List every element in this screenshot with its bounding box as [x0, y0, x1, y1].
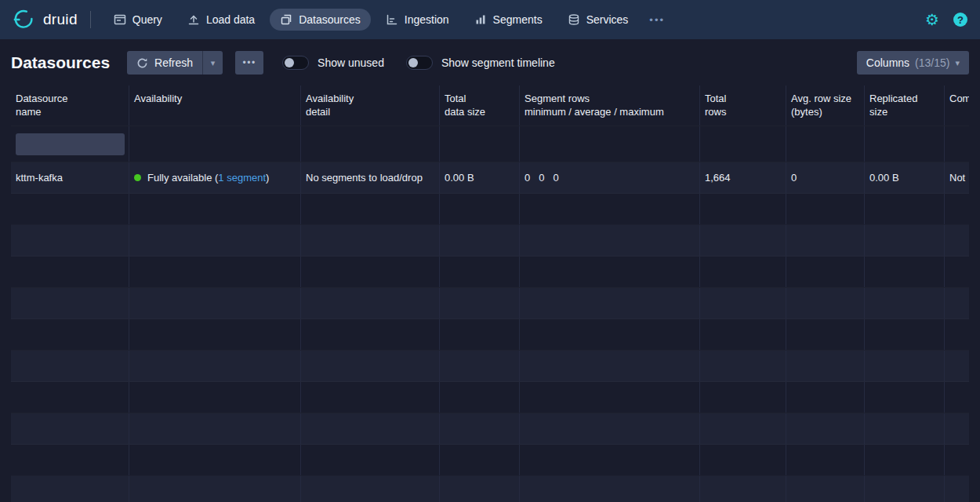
empty-cell — [11, 382, 129, 413]
table-row-empty — [11, 476, 969, 502]
druid-brand[interactable]: druid — [13, 8, 78, 31]
page-title: Datasources — [11, 53, 110, 72]
empty-cell — [301, 319, 440, 350]
nav-item-query[interactable]: Query — [103, 9, 172, 31]
cell-total-data-size: 0.00 B — [440, 162, 520, 193]
table-header-row: Datasource name Availability Availabilit… — [11, 85, 969, 126]
table-empty-rows — [11, 194, 969, 502]
columns-selector-button[interactable]: Columns (13/15) ▾ — [857, 51, 969, 75]
empty-cell — [700, 288, 786, 318]
empty-cell — [865, 225, 945, 256]
refresh-button-group: Refresh ▾ — [127, 51, 223, 75]
table-row-empty — [11, 382, 969, 413]
main-nav: Query Load data Datasources — [103, 9, 671, 31]
empty-cell — [945, 382, 969, 413]
table-filter-row — [11, 126, 969, 162]
more-actions-button[interactable]: ••• — [235, 51, 263, 75]
empty-cell — [301, 351, 440, 381]
nav-item-segments[interactable]: Segments — [464, 9, 553, 31]
help-icon[interactable]: ? — [953, 13, 967, 27]
empty-cell — [700, 256, 786, 287]
filter-cell — [440, 126, 520, 162]
nav-item-services[interactable]: Services — [557, 9, 639, 31]
empty-cell — [865, 351, 945, 381]
nav-item-ingestion[interactable]: Ingestion — [376, 9, 459, 31]
divider — [90, 11, 91, 28]
column-header-datasource-name[interactable]: Datasource name — [11, 85, 129, 126]
empty-cell — [11, 319, 129, 350]
empty-cell — [786, 382, 865, 413]
empty-cell — [520, 382, 700, 413]
segments-icon — [474, 13, 487, 26]
datasources-table: Datasource name Availability Availabilit… — [11, 85, 969, 502]
cell-compaction: Not — [945, 162, 969, 193]
empty-cell — [440, 382, 520, 413]
table-row-empty — [11, 413, 969, 445]
column-header-total-data-size[interactable]: Total data size — [440, 85, 520, 126]
empty-cell — [786, 351, 865, 381]
column-header-compaction[interactable]: Com — [945, 85, 969, 126]
column-header-segment-rows[interactable]: Segment rows minimum / average / maximum — [520, 85, 700, 126]
nav-item-load-data[interactable]: Load data — [177, 9, 265, 31]
empty-cell — [129, 288, 301, 318]
toggle-switch-off — [282, 56, 309, 70]
table-row-kttm-kafka: kttm-kafka Fully available ( 1 segment )… — [11, 162, 969, 194]
table-row-empty — [11, 319, 969, 351]
table-row-empty — [11, 351, 969, 382]
empty-cell — [700, 225, 786, 256]
empty-cell — [129, 194, 301, 224]
refresh-dropdown-button[interactable]: ▾ — [202, 51, 223, 75]
empty-cell — [440, 225, 520, 256]
empty-cell — [440, 351, 520, 381]
empty-cell — [945, 476, 969, 502]
nav-label: Load data — [206, 13, 255, 26]
nav-more-button[interactable]: ••• — [643, 9, 671, 31]
empty-cell — [865, 382, 945, 413]
empty-cell — [786, 413, 865, 444]
cell-segment-rows: 0 0 0 — [520, 162, 700, 193]
empty-cell — [11, 225, 129, 256]
empty-cell — [129, 319, 301, 350]
empty-cell — [865, 319, 945, 350]
column-header-avg-row-size[interactable]: Avg. row size (bytes) — [786, 85, 865, 126]
columns-label: Columns — [866, 56, 909, 69]
nav-item-datasources[interactable]: Datasources — [270, 9, 371, 31]
column-header-availability[interactable]: Availability — [129, 85, 301, 126]
show-unused-toggle[interactable]: Show unused — [282, 56, 384, 70]
settings-gear-icon[interactable]: ⚙ — [925, 12, 939, 27]
refresh-label: Refresh — [154, 56, 193, 69]
nav-label: Services — [586, 13, 629, 26]
empty-cell — [440, 288, 520, 318]
column-header-total-rows[interactable]: Total rows — [700, 85, 786, 126]
caret-down-icon: ▾ — [211, 58, 216, 68]
cell-datasource-name[interactable]: kttm-kafka — [11, 162, 129, 193]
table-row-empty — [11, 288, 969, 319]
datasource-name-filter-input[interactable] — [16, 133, 125, 155]
columns-count: (13/15) — [915, 56, 949, 69]
filter-cell — [301, 126, 440, 162]
segment-count-link[interactable]: 1 segment — [218, 172, 266, 184]
empty-cell — [301, 445, 440, 475]
filter-cell — [129, 126, 301, 162]
empty-cell — [945, 319, 969, 350]
empty-cell — [11, 445, 129, 475]
empty-cell — [700, 319, 786, 350]
empty-cell — [786, 225, 865, 256]
cell-avg-row-size: 0 — [786, 162, 865, 193]
toggle-switch-off — [406, 56, 433, 70]
refresh-button[interactable]: Refresh — [127, 51, 202, 75]
filter-cell — [700, 126, 786, 162]
column-header-availability-detail[interactable]: Availability detail — [301, 85, 440, 126]
empty-cell — [11, 288, 129, 318]
show-segment-timeline-toggle[interactable]: Show segment timeline — [406, 56, 555, 70]
empty-cell — [129, 225, 301, 256]
column-header-replicated-size[interactable]: Replicated size — [865, 85, 945, 126]
empty-cell — [301, 382, 440, 413]
empty-cell — [865, 413, 945, 444]
availability-text-close: ) — [266, 172, 269, 184]
druid-logo-icon — [13, 8, 36, 31]
empty-cell — [440, 445, 520, 475]
empty-cell — [440, 319, 520, 350]
empty-cell — [301, 288, 440, 318]
empty-cell — [129, 351, 301, 381]
